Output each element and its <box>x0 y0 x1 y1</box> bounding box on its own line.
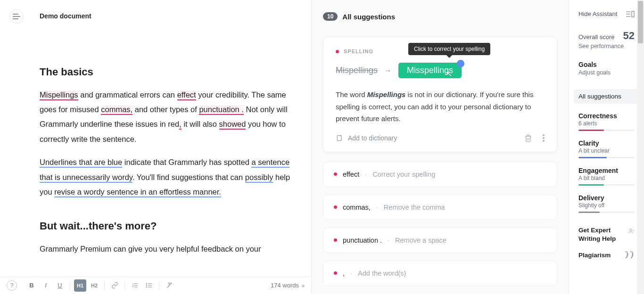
paragraph-1: Mispellings and grammatical errors can e… <box>40 88 292 147</box>
error-showed[interactable]: showed <box>219 120 246 130</box>
error-effect[interactable]: effect <box>177 90 196 100</box>
plagiarism-icon <box>624 251 635 259</box>
scrollbar-thumb[interactable] <box>638 1 643 43</box>
clarity-revise[interactable]: revise a wordy sentence in an effortless… <box>54 188 221 197</box>
expert-help-link[interactable]: Get Expert Writing Help <box>578 226 635 243</box>
cursor-icon: ↖ <box>446 69 452 78</box>
word-count[interactable]: 174 words <box>271 282 305 289</box>
bullet-list-button[interactable] <box>143 279 155 292</box>
correctness-dot-icon <box>334 271 337 275</box>
svg-point-9 <box>543 134 545 136</box>
suggestion-word: effect <box>343 171 359 178</box>
correctness-dot-icon <box>336 50 339 53</box>
h1-button[interactable]: H1 <box>74 279 86 292</box>
suggestion-hint: Remove a space <box>395 237 446 244</box>
help-button[interactable]: ? <box>7 280 17 291</box>
clarity-underlines[interactable]: Underlines that are blue <box>40 158 122 168</box>
link-icon <box>111 282 118 289</box>
correctness-dot-icon <box>334 172 337 176</box>
filter-clarity[interactable]: Clarity A bit unclear <box>578 139 635 158</box>
goals-heading: Goals <box>578 61 635 68</box>
underline-button[interactable]: U <box>54 279 66 292</box>
dismiss-button[interactable] <box>524 134 532 142</box>
bold-button[interactable]: B <box>25 279 38 292</box>
toolbar-separator <box>159 281 159 290</box>
paragraph-2: Underlines that are blue indicate that G… <box>40 155 292 199</box>
heading-basics: The basics <box>40 62 292 82</box>
more-options-button[interactable] <box>543 134 545 142</box>
suggestion-category: SPELLING <box>344 49 373 54</box>
score-value: 52 <box>623 30 635 42</box>
svg-point-7 <box>146 285 147 286</box>
svg-rect-15 <box>632 11 634 17</box>
overall-score[interactable]: Overall score 52 <box>578 30 635 42</box>
correctness-dot-icon <box>334 205 337 209</box>
suggestion-description: The word Mispellings is not in our dicti… <box>336 89 545 125</box>
numbered-list-icon <box>132 282 139 289</box>
clear-format-icon <box>166 282 173 289</box>
suggestions-panel: 10 All suggestions SPELLING Click to cor… <box>311 0 569 294</box>
filter-correctness[interactable]: Correctness 6 alerts <box>578 112 635 131</box>
clarity-possibly[interactable]: possibly <box>245 173 273 183</box>
filter-engagement[interactable]: Engagement A bit bland <box>578 167 635 186</box>
bullet-list-icon <box>146 282 153 289</box>
error-mispellings[interactable]: Mispellings <box>40 90 78 100</box>
see-performance-link[interactable]: See performance <box>578 43 635 49</box>
svg-point-11 <box>543 140 545 142</box>
suggestion-hint: Correct your spelling <box>372 171 435 178</box>
toolbar-separator <box>104 281 105 290</box>
suggestion-count-badge: 10 <box>323 12 338 21</box>
suggestion-hint: Remove the comma <box>384 204 445 211</box>
menu-icon <box>13 14 20 19</box>
collapse-icon <box>626 11 635 17</box>
clear-formatting-button[interactable] <box>163 279 175 292</box>
svg-point-8 <box>146 287 147 287</box>
suggestion-card: SPELLING Click to correct your spelling … <box>323 37 557 152</box>
h2-button[interactable]: H2 <box>88 279 100 292</box>
correctness-dot-icon <box>334 238 337 242</box>
suggestion-row[interactable]: , · Add the word(s) <box>323 261 557 286</box>
filter-delivery[interactable]: Delivery Slightly off <box>578 194 635 213</box>
toolbar-separator <box>124 281 125 290</box>
numbered-list-button[interactable] <box>129 279 141 292</box>
suggestions-title: All suggestions <box>342 13 395 21</box>
error-punctuation[interactable]: punctuation . <box>199 105 244 115</box>
apply-correction-button[interactable]: Misspellings ↖ <box>398 63 462 78</box>
editor-column: Demo document The basics Mispellings and… <box>0 0 311 294</box>
kebab-icon <box>543 134 545 142</box>
adjust-goals-link[interactable]: Adjust goals <box>578 69 635 76</box>
paragraph-3: Grammarly Premium can give you very help… <box>40 242 292 256</box>
tooltip: Click to correct your spelling <box>408 43 490 55</box>
svg-point-10 <box>543 137 545 139</box>
toolbar-separator <box>70 281 70 290</box>
hide-assistant-button[interactable]: Hide Assistant <box>578 10 617 17</box>
suggestion-hint: Add the word(s) <box>358 270 406 277</box>
assistant-sidebar: Hide Assistant Overall score 52 See perf… <box>569 0 644 294</box>
menu-button[interactable] <box>9 9 24 24</box>
link-button[interactable] <box>108 279 121 292</box>
document-body[interactable]: The basics Mispellings and grammatical e… <box>0 10 311 256</box>
heading-more: But wait...there's more? <box>40 216 292 236</box>
suggestion-row[interactable]: commas, · Remove the comma <box>323 195 557 220</box>
error-commas[interactable]: commas, <box>101 105 132 115</box>
plagiarism-link[interactable]: Plagiarism <box>578 251 635 259</box>
filter-all-suggestions[interactable]: All suggestions <box>574 89 639 104</box>
arrow-icon: → <box>384 66 392 75</box>
editor-toolbar: ? B I U H1 H2 <box>0 276 311 294</box>
italic-button[interactable]: I <box>40 279 52 292</box>
suggestion-word: commas, <box>343 204 371 211</box>
suggestion-word: punctuation . <box>343 237 382 244</box>
add-to-dictionary-button[interactable]: Add to dictionary <box>336 134 397 142</box>
scrollbar[interactable] <box>637 0 644 294</box>
suggestion-row[interactable]: effect · Correct your spelling <box>323 162 557 187</box>
expert-icon <box>628 226 635 236</box>
document-title[interactable]: Demo document <box>40 12 91 20</box>
original-word: Mispellings <box>336 65 378 75</box>
svg-point-6 <box>146 283 147 284</box>
trash-icon <box>524 134 532 142</box>
collapse-button[interactable] <box>626 11 635 17</box>
suggestion-row[interactable]: punctuation . · Remove a space <box>323 228 557 253</box>
add-dictionary-icon <box>336 134 343 142</box>
highlight-dot-icon <box>457 60 464 67</box>
svg-point-16 <box>630 229 632 231</box>
